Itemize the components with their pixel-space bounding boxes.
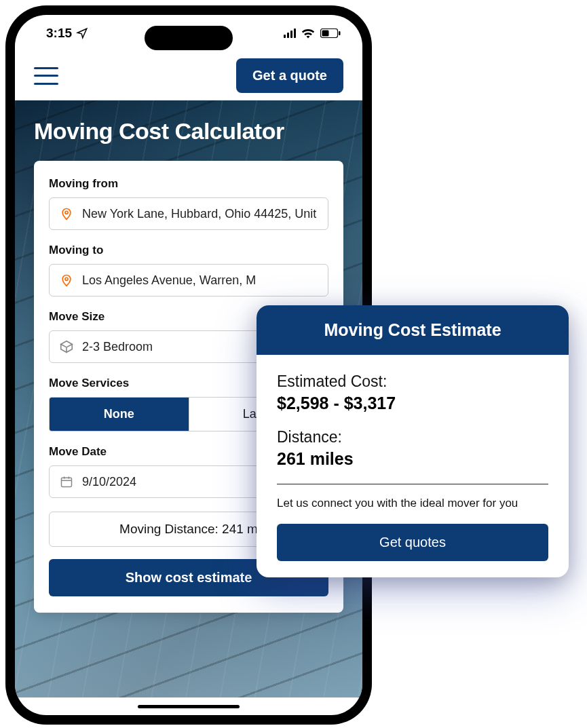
nav-bar: Get a quote: [15, 52, 362, 100]
from-input[interactable]: New York Lane, Hubbard, Ohio 44425, Unit: [49, 197, 328, 230]
to-input[interactable]: Los Angeles Avenue, Warren, M: [49, 264, 328, 296]
pin-icon: [59, 206, 74, 221]
to-value: Los Angeles Avenue, Warren, M: [82, 273, 318, 288]
location-icon: [76, 27, 88, 39]
distance-label: Distance:: [277, 428, 548, 446]
wifi-icon: [301, 28, 315, 39]
svg-rect-5: [62, 478, 72, 486]
estimate-header: Moving Cost Estimate: [257, 305, 569, 355]
home-indicator: [138, 705, 240, 708]
box-icon: [59, 339, 74, 354]
divider: [277, 484, 548, 484]
get-quote-button[interactable]: Get a quote: [236, 58, 343, 93]
cost-label: Estimated Cost:: [277, 372, 548, 391]
services-option-none[interactable]: None: [50, 398, 189, 431]
get-quotes-button[interactable]: Get quotes: [277, 524, 548, 561]
from-value: New York Lane, Hubbard, Ohio 44425, Unit: [82, 207, 318, 221]
estimate-note: Let us connect you with the ideal mover …: [277, 497, 548, 510]
battery-icon: [320, 28, 341, 39]
calendar-icon: [59, 474, 74, 489]
to-label: Moving to: [49, 244, 328, 257]
estimate-card: Moving Cost Estimate Estimated Cost: $2,…: [257, 305, 569, 577]
svg-rect-1: [322, 30, 329, 36]
from-label: Moving from: [49, 177, 328, 191]
svg-point-4: [65, 277, 68, 280]
signal-icon: [284, 28, 296, 38]
svg-rect-2: [339, 31, 341, 35]
page-title: Moving Cost Calculator: [34, 118, 343, 145]
distance-value: 261 miles: [277, 449, 548, 469]
pin-icon: [59, 273, 74, 288]
menu-icon[interactable]: [34, 67, 58, 85]
phone-notch: [145, 26, 233, 50]
status-time: 3:15: [46, 26, 72, 41]
cost-value: $2,598 - $3,317: [277, 394, 548, 413]
svg-point-3: [65, 211, 68, 214]
